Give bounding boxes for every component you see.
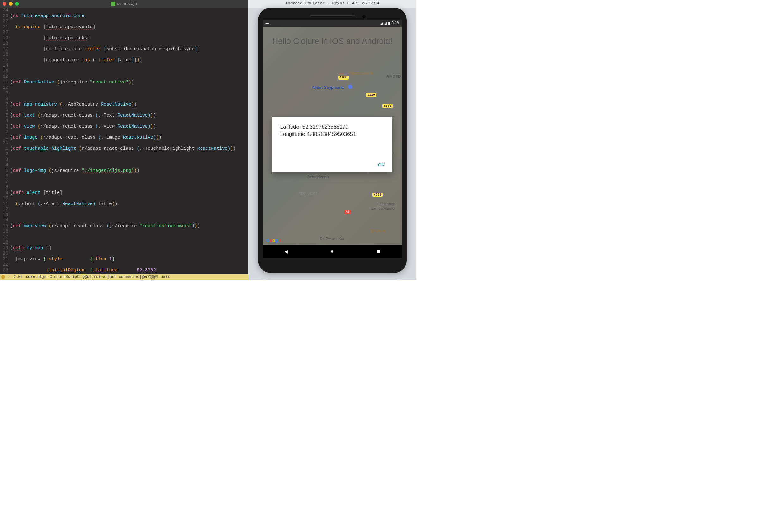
- editor-titlebar: core.cljs: [0, 0, 248, 8]
- nav-home-button[interactable]: [331, 248, 334, 255]
- editor-body[interactable]: 2423222120191817161514131211109876543212…: [0, 8, 248, 274]
- status-cider: @@cljrcider[not connected]@en©@@®: [82, 275, 157, 279]
- editor-panel: core.cljs 242322212019181716151413121110…: [0, 0, 248, 280]
- app-heading: Hello Clojure in iOS and Android!: [263, 36, 402, 47]
- file-name: core.cljs: [117, 2, 137, 6]
- phone-sensor-icon: [362, 15, 366, 18]
- sdcard-icon: [266, 21, 269, 25]
- wifi-icon: [380, 21, 383, 25]
- close-button[interactable]: [3, 2, 6, 6]
- map-background[interactable]: Hello Clojure in iOS and Android! Rijksm…: [263, 27, 402, 245]
- map-label-amsterdam: AMSTD: [386, 74, 401, 79]
- nav-back-button[interactable]: [284, 248, 288, 255]
- android-navbar: [263, 245, 402, 258]
- phone-screen[interactable]: 9:19 Hello Clojure in iOS and Android! R…: [263, 20, 402, 258]
- map-label-zwartekat: De Zwarte Kat: [320, 237, 344, 241]
- code-area[interactable]: (ns future-app.android.core (:require [f…: [10, 8, 248, 274]
- map-label-ouderkerk: Ouderkerk aan de Amstel: [371, 202, 395, 211]
- status-dash: -: [8, 275, 10, 279]
- map-label-amstelveen: Amstelveen: [307, 174, 329, 179]
- map-marker-icon[interactable]: [348, 85, 352, 89]
- editor-statusbar: - 2.0k core.cljs ClojureScript @@cljrcid…: [0, 274, 248, 280]
- status-file: core.cljs: [26, 275, 46, 279]
- road-s110: s110: [366, 93, 376, 97]
- alert-ok-button[interactable]: OK: [374, 160, 389, 170]
- editor-title: core.cljs: [111, 2, 137, 6]
- road-n522: N522: [372, 193, 382, 197]
- status-indicator-icon: [1, 275, 5, 279]
- status-time: 9:19: [392, 21, 399, 25]
- maximize-button[interactable]: [15, 2, 19, 6]
- status-mode: ClojureScript: [50, 275, 79, 279]
- alert-message: Latitude: 52.3197623586179 Longitude: 4.…: [272, 117, 392, 157]
- map-label-bullewijk: Bullewijk: [371, 229, 386, 233]
- minimize-button[interactable]: [9, 2, 13, 6]
- battery-icon: [388, 21, 390, 26]
- android-statusbar: 9:19: [263, 20, 402, 27]
- emulator-panel: Android Emulator - Nexus_6_API_25:5554 9…: [248, 0, 416, 280]
- alert-dialog: Latitude: 52.3197623586179 Longitude: 4.…: [272, 117, 392, 172]
- google-logo: Google: [266, 238, 282, 243]
- map-poi-cuypmarkt: Albert Cuypmarkt: [312, 85, 344, 90]
- window-controls: [3, 2, 19, 6]
- map-poi-rijksmuseum: Rijksmuseum: [348, 71, 373, 76]
- nav-recent-button[interactable]: [377, 248, 380, 255]
- emulator-title: Android Emulator - Nexus_6_API_25:5554: [248, 0, 416, 8]
- map-label-stadshart: STADSHART: [299, 192, 318, 196]
- phone-device-frame: 9:19 Hello Clojure in iOS and Android! R…: [258, 8, 407, 273]
- road-s106: s106: [338, 76, 349, 80]
- signal-icon: [384, 21, 387, 25]
- road-a9: A9: [344, 210, 351, 214]
- status-encoding: unix: [161, 275, 170, 279]
- line-gutter: 2423222120191817161514131211109876543212…: [0, 8, 10, 274]
- status-size: 2.0k: [14, 275, 23, 279]
- road-s111: s111: [382, 104, 392, 108]
- file-icon: [111, 2, 115, 6]
- phone-speaker-icon: [310, 15, 355, 16]
